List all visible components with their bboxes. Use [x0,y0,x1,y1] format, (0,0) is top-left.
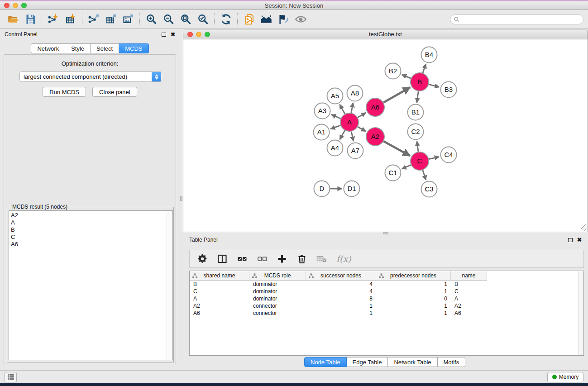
control-panel-float-button[interactable] [162,33,166,37]
edge-C-C4[interactable] [429,157,439,159]
refresh-button[interactable] [217,12,234,27]
edge-B-B3[interactable] [429,84,439,87]
column-header-MCDS-role[interactable]: MCDS role [249,271,306,280]
edge-A-A4[interactable] [340,130,345,139]
node-A7[interactable]: A7 [348,143,363,159]
search-input[interactable] [460,15,583,24]
column-header-name[interactable]: name [451,271,487,280]
node-B3[interactable]: B3 [441,82,457,98]
deselect-all-button[interactable] [257,253,268,264]
tab-style[interactable]: Style [65,43,91,53]
search-input-wrapper[interactable] [450,14,583,24]
edge-B-B1[interactable] [417,91,418,103]
node-B2[interactable]: B2 [385,63,401,79]
edge-A-A7[interactable] [351,132,353,141]
tab-network-table[interactable]: Network Table [388,357,437,367]
node-C1[interactable]: C1 [385,165,401,181]
table-row[interactable]: A6connector11A6 [190,310,578,317]
clone-network-button[interactable] [240,12,258,27]
zoom-in-button[interactable] [143,12,160,27]
table-panel-close-button[interactable]: ✖ [577,238,582,242]
edge-A-A5[interactable] [339,105,344,114]
edge-A-A3[interactable] [331,114,341,119]
hide-selected-button[interactable] [292,12,309,27]
node-C2[interactable]: C2 [408,124,424,140]
delete-column-button[interactable] [296,253,307,264]
run-mcds-button[interactable]: Run MCDS [43,87,86,97]
node-A3[interactable]: A3 [315,103,330,119]
zoom-selected-button[interactable] [194,12,211,27]
tab-edge-table[interactable]: Edge Table [347,357,388,367]
node-A2[interactable]: A2 [366,128,384,146]
table-row[interactable]: Adominator80A [190,295,578,302]
mcds-result-item[interactable]: C [11,234,167,241]
vertical-splitter-handle[interactable] [180,196,182,201]
mcds-result-scrollbar[interactable] [167,211,172,360]
edge-A2-C[interactable] [383,141,410,156]
window-resize-grip[interactable] [582,225,587,231]
node-table-scrollbar[interactable] [578,271,583,355]
export-table-button[interactable] [102,12,120,27]
table-settings-button[interactable] [197,253,208,264]
import-table-button[interactable] [62,12,79,27]
tab-mcds[interactable]: MCDS [119,43,148,53]
edge-C-C2[interactable] [417,141,418,152]
node-A1[interactable]: A1 [314,124,330,140]
node-A5[interactable]: A5 [327,88,343,104]
export-image-button[interactable] [120,12,137,27]
node-B[interactable]: B [411,73,429,91]
mcds-result-item[interactable]: A [11,219,167,226]
node-A8[interactable]: A8 [347,86,363,101]
save-button[interactable] [22,12,39,27]
network-canvas-svg[interactable]: AA1A2A3A4A5A6A7A8BB1B2B3B4CC1C2C3C4DD1 [183,39,588,232]
table-row[interactable]: Cdominator41C [190,288,578,295]
edge-A-A8[interactable] [351,103,353,113]
edge-A-A2[interactable] [358,127,366,131]
vertical-splitter[interactable] [180,29,183,370]
node-C[interactable]: C [411,152,429,170]
import-network-button[interactable] [45,12,62,27]
zoom-fit-button[interactable] [177,12,194,27]
export-network-button[interactable] [85,12,102,27]
mcds-result-item[interactable]: A2 [11,212,167,219]
delete-table-button[interactable] [316,253,327,264]
memory-button[interactable]: Memory [547,372,583,382]
mcds-result-item[interactable]: A6 [11,241,167,248]
edge-A-A1[interactable] [330,125,340,129]
network-window-titlebar[interactable]: testGlobe.txt [183,29,588,39]
control-panel-close-button[interactable]: ✖ [171,33,175,37]
tab-network[interactable]: Network [31,43,65,53]
node-A6[interactable]: A6 [366,98,384,116]
zoom-out-button[interactable] [160,12,177,27]
node-C4[interactable]: C4 [441,147,457,163]
edge-B-B4[interactable] [423,64,426,73]
table-panel-float-button[interactable] [568,238,573,242]
node-table[interactable]: shared nameMCDS rolesuccessor nodesprede… [189,271,584,356]
mcds-result-item[interactable]: B [11,226,167,234]
column-header-predecessor-nodes[interactable]: predecessor nodes [376,271,451,280]
close-panel-button[interactable]: Close panel [92,87,137,97]
tab-motifs[interactable]: Motifs [438,357,466,367]
criterion-dropdown[interactable]: largest connected component (directed) [19,71,162,82]
node-B1[interactable]: B1 [408,105,424,120]
graphics-details-button[interactable] [275,12,292,27]
edge-C-C3[interactable] [423,170,426,180]
edge-A6-B[interactable] [383,87,410,103]
table-row[interactable]: Bdominator41B [190,281,578,288]
node-D[interactable]: D [314,181,330,197]
edge-B-B2[interactable] [402,75,411,78]
open-button[interactable] [5,12,22,27]
edge-C-C1[interactable] [402,165,411,169]
node-C3[interactable]: C3 [421,181,437,197]
task-history-button[interactable] [5,372,17,382]
node-D1[interactable]: D1 [344,181,360,197]
split-panel-button[interactable] [217,253,228,264]
first-neighbors-button[interactable] [258,12,275,27]
node-table-header[interactable]: shared nameMCDS rolesuccessor nodesprede… [190,271,487,281]
add-column-button[interactable] [277,253,287,264]
mcds-result-list[interactable]: A2ABCA6 [9,210,173,360]
node-B4[interactable]: B4 [421,47,437,63]
node-A4[interactable]: A4 [327,140,343,156]
tab-select[interactable]: Select [91,43,119,53]
function-builder-icon[interactable]: f(x) [336,254,351,264]
